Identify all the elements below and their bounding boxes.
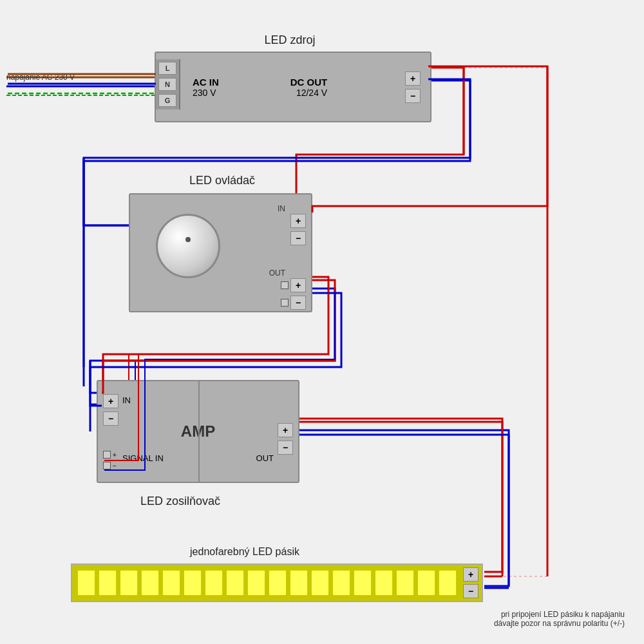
supply-title: LED zdroj [238,33,341,47]
strip-minus-terminal: − [463,584,478,598]
ctrl-out-square-plus [281,281,289,289]
note-line1: pri pripojení LED pásiku k napájaniu [494,610,625,619]
supply-ac-label: AC IN [193,77,219,88]
diagram: LED zdroj L N G AC IN 230 V DC OUT 12/24… [0,0,644,644]
amp-out-minus: − [278,440,293,455]
amp-in-minus: − [103,412,118,426]
ctrl-out-minus: − [290,296,306,310]
led-cells [77,570,457,596]
amp-out-plus: + [278,423,293,437]
led-cell [417,570,435,596]
led-cell [205,570,223,596]
supply-ac-section: AC IN 230 V [193,77,219,98]
led-cell [184,570,202,596]
supply-ac-voltage: 230 V [193,88,219,98]
supply-dc-label: DC OUT [290,77,328,88]
led-cell [162,570,180,596]
amp-in-label: IN [122,395,131,405]
led-cell [77,570,95,596]
amp-signal-plus-label: + [113,451,117,459]
knob-indicator [185,237,191,242]
ctrl-out-plus: + [290,278,306,292]
led-cell [439,570,457,596]
ctrl-out-square-minus [281,299,289,307]
led-cell [247,570,265,596]
led-controller: IN + − OUT + − [129,193,312,312]
led-cell [120,570,138,596]
supply-minus-terminal: − [405,89,421,103]
bottom-note: pri pripojení LED pásiku k napájaniu dáv… [494,610,625,628]
controller-out-label: OUT [269,269,285,278]
amp-divider [198,381,200,482]
note-line2: dávajte pozor na správnu polaritu (+/-) [494,619,625,628]
amp-in-plus: + [103,394,118,408]
led-cell [332,570,350,596]
napajanie-label: napájanie AC 230 V [6,73,75,82]
ctrl-in-plus: + [290,214,306,228]
led-cell [311,570,329,596]
led-cell [269,570,287,596]
strip-title: jednofarebný LED pásik [155,546,335,558]
terminal-L: L [158,62,176,75]
led-strip: + − [71,564,483,602]
controller-in-label: IN [278,204,285,213]
led-cell [396,570,414,596]
led-cell [226,570,244,596]
amp-signal-square-minus [103,462,111,469]
amp-title: LED zosilňovač [113,495,248,508]
strip-plus-terminal: + [463,567,478,582]
terminal-G: G [158,94,176,107]
led-amp: + − IN + − SIGNAL IN AMP OUT + − [97,380,299,483]
controller-knob [156,214,220,278]
terminal-N: N [158,78,176,91]
controller-title: LED ovládač [164,174,280,187]
amp-signal-label: SIGNAL IN [122,453,164,463]
led-cell [375,570,393,596]
led-cell [354,570,372,596]
amp-signal-square-plus [103,451,111,459]
supply-dc-voltage: 12/24 V [290,88,328,98]
led-cell [290,570,308,596]
amp-signal-minus-label: − [113,462,117,469]
supply-plus-terminal: + [405,71,421,86]
supply-dc-section: DC OUT 12/24 V [290,77,328,98]
led-supply: L N G AC IN 230 V DC OUT 12/24 V + − [155,52,431,122]
amp-out-label: OUT [256,453,274,463]
ctrl-in-minus: − [290,231,306,245]
led-cell [141,570,159,596]
led-cell [99,570,117,596]
